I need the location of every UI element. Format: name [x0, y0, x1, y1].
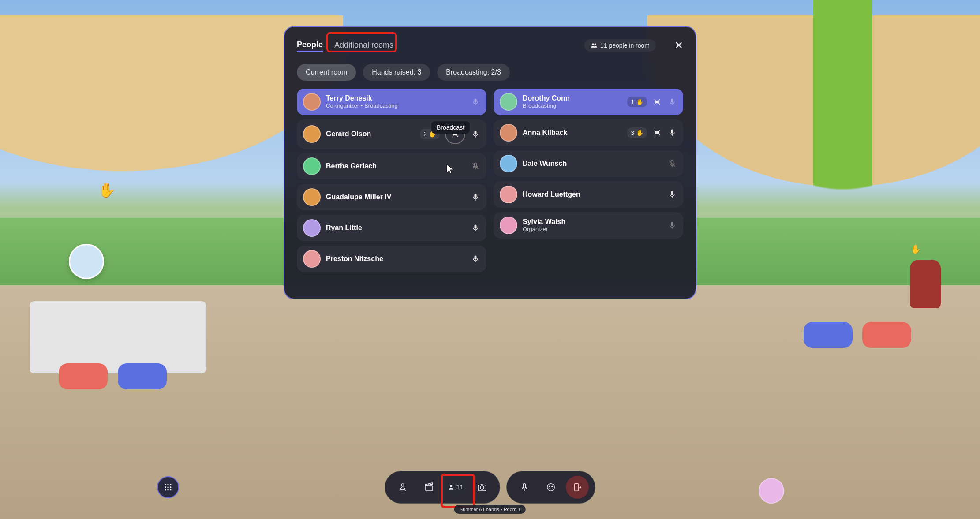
- svg-rect-28: [426, 486, 433, 491]
- svg-rect-36: [575, 483, 579, 491]
- participant-row[interactable]: Howard Luettgen: [494, 181, 683, 208]
- svg-rect-11: [671, 98, 673, 102]
- dock-mic-button[interactable]: [513, 476, 536, 499]
- mic-icon: [667, 220, 677, 230]
- participant-subtitle: Broadcasting: [523, 102, 622, 109]
- broadcast-icon: [652, 128, 662, 138]
- svg-rect-7: [475, 194, 477, 198]
- tab-people[interactable]: People: [297, 38, 323, 52]
- svg-rect-2: [475, 98, 477, 102]
- main-menu-button[interactable]: [157, 476, 179, 498]
- svg-rect-32: [523, 483, 526, 488]
- chip-current-room[interactable]: Current room: [297, 64, 356, 81]
- participant-name: Anna Kilback: [523, 129, 622, 137]
- mic-icon: [471, 161, 480, 171]
- participant-name: Bertha Gerlach: [326, 162, 465, 170]
- svg-rect-4: [475, 131, 477, 134]
- people-icon: [591, 42, 598, 49]
- svg-point-33: [547, 483, 555, 491]
- avatar: [303, 250, 321, 268]
- avatar: [500, 217, 517, 234]
- svg-point-1: [595, 43, 596, 45]
- svg-point-21: [165, 486, 166, 488]
- avatar: [303, 188, 321, 206]
- mic-icon: [471, 129, 480, 139]
- avatar: [303, 219, 321, 237]
- dock-leave-button[interactable]: [566, 476, 589, 499]
- participant-name: Dorothy Conn: [523, 94, 622, 102]
- participant-row[interactable]: Ryan Little: [297, 215, 486, 241]
- broadcast-tooltip: Broadcast: [431, 121, 470, 134]
- avatar: [303, 125, 321, 143]
- svg-point-22: [167, 486, 168, 488]
- participant-subtitle: Co-organizer • Broadcasting: [326, 102, 465, 109]
- close-button[interactable]: ✕: [674, 39, 683, 52]
- participant-name: Howard Luettgen: [523, 190, 662, 198]
- svg-rect-8: [475, 224, 477, 228]
- participant-subtitle: Organizer: [523, 226, 662, 232]
- participant-name: Gerard Olson: [326, 130, 415, 138]
- mic-icon: [667, 128, 677, 138]
- svg-point-19: [167, 484, 168, 485]
- avatar: [500, 186, 517, 203]
- svg-point-29: [450, 485, 452, 487]
- svg-point-31: [480, 486, 484, 489]
- participant-row[interactable]: Sylvia WalshOrganizer: [494, 212, 683, 239]
- mic-icon: [471, 192, 480, 202]
- avatar: [500, 93, 517, 111]
- avatar: [500, 155, 517, 172]
- world-hand-emoji-2: ✋: [910, 244, 921, 254]
- mic-icon: [471, 223, 480, 233]
- svg-rect-13: [671, 129, 673, 133]
- dock-people-button[interactable]: 11: [444, 476, 467, 499]
- room-count-text: 11 people in room: [600, 42, 650, 49]
- world-remote-avatar: [910, 260, 941, 308]
- svg-rect-9: [475, 255, 477, 259]
- hand-raised-badge: 3✋: [627, 127, 647, 138]
- participant-name: Ryan Little: [326, 224, 465, 232]
- svg-rect-17: [671, 222, 673, 226]
- dock-people-count: 11: [456, 483, 464, 491]
- people-panel: People Additional rooms 11 people in roo…: [284, 26, 696, 299]
- svg-point-23: [170, 486, 171, 488]
- mic-icon: [667, 190, 677, 199]
- dock-host-tools-button[interactable]: [391, 476, 414, 499]
- svg-point-25: [167, 489, 168, 490]
- participant-row[interactable]: Guadalupe Miller IV: [297, 184, 486, 210]
- participant-row[interactable]: Preston Nitzsche: [297, 246, 486, 272]
- participant-row[interactable]: Bertha Gerlach: [297, 153, 486, 179]
- tab-additional-rooms[interactable]: Additional rooms: [334, 39, 393, 52]
- bottom-dock: 11: [385, 471, 595, 504]
- dock-clapper-button[interactable]: [418, 476, 441, 499]
- svg-point-20: [170, 484, 171, 485]
- svg-point-27: [401, 484, 404, 486]
- participant-name: Preston Nitzsche: [326, 255, 465, 263]
- avatar: [303, 93, 321, 111]
- hand-raised-badge: 1✋: [627, 97, 647, 107]
- self-avatar[interactable]: [759, 478, 784, 504]
- svg-point-34: [549, 486, 550, 487]
- svg-point-35: [552, 486, 553, 487]
- svg-point-24: [165, 489, 166, 490]
- participant-row[interactable]: Dale Wunsch: [494, 150, 683, 177]
- chip-broadcasting[interactable]: Broadcasting: 2/3: [437, 64, 510, 81]
- world-avatar-bubble: [69, 244, 104, 279]
- participant-row[interactable]: Dorothy ConnBroadcasting1✋: [494, 89, 683, 115]
- broadcast-icon: [652, 97, 662, 107]
- chip-hands-raised[interactable]: Hands raised: 3: [363, 64, 430, 81]
- mic-icon: [471, 97, 480, 107]
- avatar: [500, 124, 517, 142]
- mic-icon: [667, 159, 677, 168]
- world-hand-emoji: ✋: [98, 182, 116, 198]
- participant-name: Guadalupe Miller IV: [326, 193, 465, 201]
- room-count-badge: 11 people in room: [584, 39, 656, 52]
- mic-icon: [667, 97, 677, 107]
- dock-emoji-button[interactable]: [539, 476, 562, 499]
- svg-point-18: [165, 484, 166, 485]
- participant-row[interactable]: Terry DenesikCo-organizer • Broadcasting: [297, 89, 486, 115]
- participant-row[interactable]: Anna Kilback3✋: [494, 119, 683, 146]
- mic-icon: [471, 254, 480, 264]
- svg-point-26: [170, 489, 171, 490]
- avatar: [303, 157, 321, 175]
- dock-camera-button[interactable]: [471, 476, 494, 499]
